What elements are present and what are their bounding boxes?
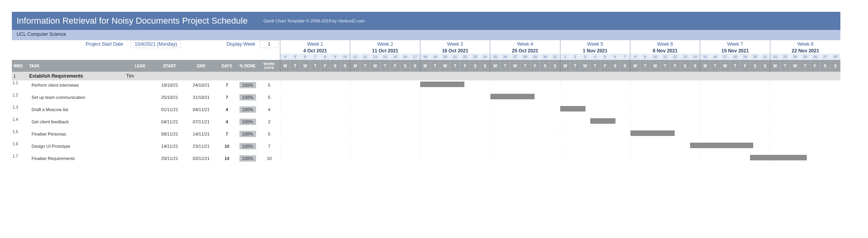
display-week-value[interactable]: 1: [260, 40, 279, 48]
gantt-cell: [740, 80, 750, 91]
gantt-cell: [530, 152, 540, 164]
gantt-cell: [720, 91, 730, 103]
day-number: 23: [470, 54, 480, 60]
gantt-cell: [710, 140, 720, 152]
gantt-cell: [630, 103, 640, 115]
gantt-cell: [770, 115, 780, 128]
gantt-cell: [690, 91, 700, 103]
day-number: 9: [640, 54, 650, 60]
task-end: 14/11/21: [185, 128, 217, 140]
gantt-cell: [620, 152, 630, 164]
day-letter: S: [750, 60, 760, 72]
gantt-cell: [380, 91, 390, 103]
gantt-cell: [330, 128, 340, 140]
gantt-cell: [580, 128, 590, 140]
start-date-value[interactable]: 10/4/2021 (Monday): [131, 40, 181, 48]
gantt-cell: [590, 128, 600, 140]
gantt-cell: [610, 91, 620, 103]
day-number: 8: [320, 54, 330, 60]
gantt-cell: [700, 140, 710, 152]
gantt-cell: [710, 152, 720, 164]
gantt-cell: [730, 115, 740, 128]
gantt-cell: [640, 80, 650, 91]
day-number: 19: [740, 54, 750, 60]
gantt-cell: [660, 128, 670, 140]
table-row: 1.7Finalise Requirements20/11/2103/12/21…: [12, 152, 840, 164]
gantt-cell: [620, 91, 630, 103]
gantt-cell: [480, 80, 490, 91]
gantt-cell: [590, 91, 600, 103]
gantt-cell: [290, 140, 300, 152]
task-name: Design UI Prototype: [28, 140, 126, 152]
gantt-cell: [780, 103, 790, 115]
gantt-cell: [620, 128, 630, 140]
gantt-cell: [810, 115, 820, 128]
day-letter: M: [630, 60, 640, 72]
gantt-cell: [690, 140, 700, 152]
gantt-cell: [680, 115, 690, 128]
gantt-cell: [470, 128, 480, 140]
gantt-cell: [290, 80, 300, 91]
gantt-cell: [500, 91, 510, 103]
gantt-cell: [670, 103, 680, 115]
gantt-cell: [690, 80, 700, 91]
task-lead: [126, 128, 154, 140]
task-days: 7: [217, 91, 237, 103]
task-wbs: 1.4: [12, 115, 28, 128]
day-number: 3: [580, 54, 590, 60]
gantt-cell: [390, 152, 400, 164]
gantt-cell: [660, 140, 670, 152]
gantt-cell: [830, 128, 840, 140]
gantt-cell: [690, 152, 700, 164]
gantt-cell: [660, 80, 670, 91]
gantt-cell: [500, 152, 510, 164]
week-label: Week 5: [560, 40, 630, 48]
gantt-cell: [320, 128, 330, 140]
gantt-cell: [720, 128, 730, 140]
day-letter: T: [660, 60, 670, 72]
gantt-cell: [350, 80, 360, 91]
gantt-cell: [280, 115, 290, 128]
gantt-cell: [440, 80, 450, 91]
gantt-cell: [400, 80, 410, 91]
task-lead: [126, 103, 154, 115]
gantt-cell: [510, 140, 520, 152]
gantt-cell: [540, 91, 550, 103]
gantt-cell: [480, 152, 490, 164]
gantt-cell: [610, 103, 620, 115]
task-end: 24/10/21: [185, 80, 217, 91]
task-days: 14: [217, 152, 237, 164]
day-number: 15: [700, 54, 710, 60]
gantt-cell: [600, 91, 610, 103]
day-number: 22: [460, 54, 470, 60]
day-number: 6: [300, 54, 310, 60]
task-start: 25/10/21: [154, 91, 185, 103]
gantt-cell: [430, 115, 440, 128]
gantt-cell: [680, 91, 690, 103]
day-letter: S: [550, 60, 560, 72]
gantt-cell: [420, 80, 430, 91]
gantt-cell: [760, 91, 770, 103]
gantt-cell: [380, 128, 390, 140]
day-number: 29: [530, 54, 540, 60]
day-letter: W: [790, 60, 800, 72]
day-number: 4: [590, 54, 600, 60]
day-letter: F: [530, 60, 540, 72]
gantt-cell: [790, 91, 800, 103]
col-days: DAYS: [217, 60, 237, 72]
gantt-cell: [660, 91, 670, 103]
gantt-cell: [440, 103, 450, 115]
gantt-cell: [400, 140, 410, 152]
task-lead: [126, 80, 154, 91]
gantt-cell: [720, 140, 730, 152]
day-letter: M: [280, 60, 290, 72]
day-letter: S: [680, 60, 690, 72]
gantt-cell: [740, 152, 750, 164]
task-end: 03/12/21: [185, 152, 217, 164]
gantt-cell: [660, 103, 670, 115]
day-number: 5: [600, 54, 610, 60]
gantt-cell: [430, 140, 440, 152]
gantt-cell: [570, 140, 580, 152]
day-letter: T: [710, 60, 720, 72]
gantt-cell: [620, 115, 630, 128]
